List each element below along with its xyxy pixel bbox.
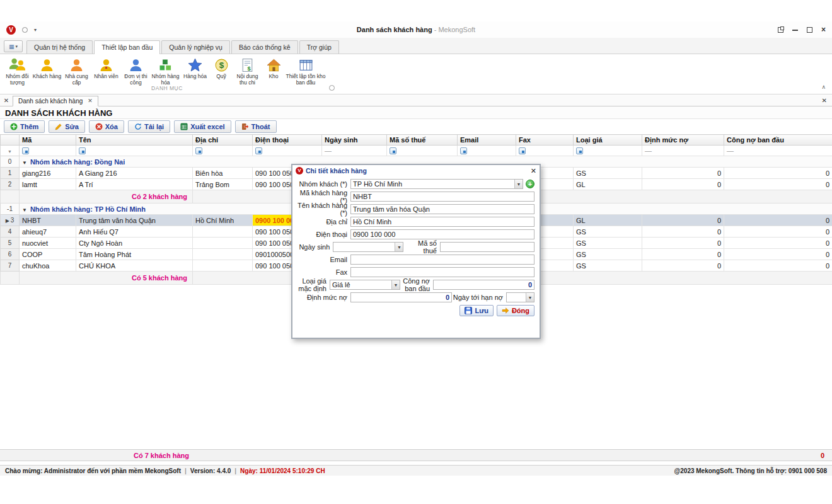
fax-input[interactable] [350,267,534,277]
grid-cell[interactable]: ahieuq7 [20,226,76,238]
grid-cell[interactable]: 0 [724,168,832,179]
export-excel-button[interactable]: Xuất excel [174,120,231,133]
chevron-down-icon[interactable]: ▼ [514,180,523,188]
grid-cell[interactable]: COOP [20,249,76,260]
grid-cell[interactable]: Biên hòa [193,168,253,179]
grid-cell[interactable]: NHBT [20,215,76,226]
filter-cell[interactable] [193,146,253,156]
ribbon-item-khach-hang[interactable]: Khách hàng [32,57,62,80]
ribbon-item-nha-cung-cap[interactable]: Nhà cung cấp [62,57,91,86]
grid-cell[interactable]: GS [574,238,642,249]
grid-cell[interactable]: GS [574,249,642,260]
column-header-ten[interactable]: Tên [76,135,193,146]
grid-cell[interactable]: 0 [724,226,832,238]
grid-cell[interactable]: Trảng Bom [193,179,253,190]
ribbon-item-noi-dung-thu-chi[interactable]: $ Nội dung thu chi [233,57,262,86]
add-group-button[interactable]: + [526,180,534,188]
grid-cell[interactable]: nuocviet [20,238,76,249]
grid-cell[interactable]: 0 [724,238,832,249]
grid-cell[interactable] [193,260,253,272]
ribbon-tab-bao-cao[interactable]: Báo cáo thống kê [231,40,298,54]
grid-cell[interactable]: 0 [724,260,832,272]
ribbon-group-launcher-icon[interactable] [329,85,335,91]
quick-access-dropdown-icon[interactable]: ▾ [34,27,37,33]
chevron-down-icon[interactable]: ▼ [391,280,400,289]
filter-cell[interactable]: — [724,146,832,156]
ribbon-item-hang-hoa[interactable]: Hàng hóa [180,57,210,80]
grid-cell[interactable]: Tâm Hoàng Phát [76,249,193,260]
ribbon-menu-button[interactable]: ▦▾ [4,40,23,52]
nhom-khach-select[interactable]: TP Hồ Chí Minh ▼ [350,179,523,189]
chevron-down-icon[interactable]: ▼ [395,243,403,251]
filter-cell[interactable] [20,146,76,156]
dia-chi-input[interactable] [350,217,534,227]
delete-button[interactable]: Xóa [89,120,124,133]
ngay-toi-han-select[interactable]: ▼ [506,292,534,302]
grid-cell[interactable]: 0 [642,168,724,179]
grid-cell[interactable]: GS [574,226,642,238]
quick-access-icon[interactable] [22,27,28,33]
grid-cell[interactable]: 0 [642,215,724,226]
tab-close-icon[interactable]: ✕ [88,98,93,104]
ribbon-tab-nghiep-vu[interactable]: Quản lý nghiệp vụ [161,40,230,54]
grid-cell[interactable]: lamtt [20,179,76,190]
grid-cell[interactable]: A Giang 216 [76,168,193,179]
column-header-loai-gia[interactable]: Loại giá [574,135,642,146]
cong-no-input[interactable] [433,280,534,290]
save-button[interactable]: Lưu [459,305,493,316]
loai-gia-select[interactable]: Giá lẻ ▼ [330,280,400,290]
grid-cell[interactable]: 0 [642,249,724,260]
column-header-fax[interactable]: Fax [516,135,574,146]
collapse-icon[interactable]: ▼ [22,160,27,166]
dialog-close-icon[interactable]: ✕ [531,167,536,175]
ribbon-collapse-icon[interactable]: ∧ [821,84,826,90]
grid-cell[interactable]: GS [574,260,642,272]
ten-khach-hang-input[interactable] [350,204,534,214]
filter-cell[interactable] [516,146,574,156]
column-header-cong-no[interactable]: Công nợ ban đầu [724,135,832,146]
column-header-email[interactable]: Email [458,135,516,146]
filter-cell[interactable]: — [322,146,387,156]
grid-cell[interactable]: Cty Ngô Hoàn [76,238,193,249]
ribbon-item-kho[interactable]: Kho [262,57,285,80]
grid-cell[interactable]: 0 [724,215,832,226]
grid-cell[interactable]: A Trí [76,179,193,190]
column-header-dia-chi[interactable]: Địa chỉ [193,135,253,146]
ribbon-item-thiet-lap-ton-kho[interactable]: Thiết lập tồn kho ban đầu [285,57,326,86]
ribbon-tab-thiet-lap[interactable]: Thiết lập ban đầu [94,40,160,54]
grid-cell[interactable]: 0 [642,238,724,249]
dien-thoai-input[interactable] [350,229,534,239]
ribbon-tab-quan-tri[interactable]: Quản trị hệ thống [26,40,93,54]
column-header-ma-so-thue[interactable]: Mã số thuế [387,135,458,146]
dialog-close-button[interactable]: Đóng [497,305,534,316]
ribbon-tab-tro-giup[interactable]: Trợ giúp [299,40,339,54]
column-header-ma[interactable]: Mã [20,135,76,146]
column-header-dien-thoai[interactable]: Điện thoại [253,135,322,146]
ribbon-item-nhan-vien[interactable]: Nhân viên [91,57,121,80]
filter-cell[interactable] [387,146,458,156]
filter-cell[interactable] [76,146,193,156]
collapse-icon[interactable]: ▼ [22,207,27,213]
filter-cell[interactable]: — [642,146,724,156]
grid-cell[interactable]: Trung tâm văn hóa Quận [76,215,193,226]
edit-button[interactable]: Sửa [49,120,84,133]
grid-cell[interactable]: giang216 [20,168,76,179]
grid-cell[interactable]: Anh Hiếu Q7 [76,226,193,238]
column-header-ngay-sinh[interactable]: Ngày sinh [322,135,387,146]
reload-button[interactable]: Tải lại [128,120,170,133]
add-button[interactable]: Thêm [4,120,45,133]
filter-cell[interactable] [458,146,516,156]
email-input[interactable] [350,255,534,265]
grid-cell[interactable]: GL [574,215,642,226]
ribbon-item-quy[interactable]: $ Quỹ [210,57,233,80]
exit-button[interactable]: Thoát [235,120,277,133]
tab-close-all-icon[interactable]: ✕ [0,97,13,104]
grid-cell[interactable]: 0 [724,249,832,260]
column-header-dinh-muc-no[interactable]: Định mức nợ [642,135,724,146]
ma-so-thue-input[interactable] [440,242,534,252]
minimize-icon[interactable] [792,29,798,31]
grid-cell[interactable]: GL [574,179,642,190]
ma-khach-hang-input[interactable] [350,192,534,202]
fullscreen-icon[interactable] [778,27,783,33]
close-icon[interactable]: × [821,26,826,33]
